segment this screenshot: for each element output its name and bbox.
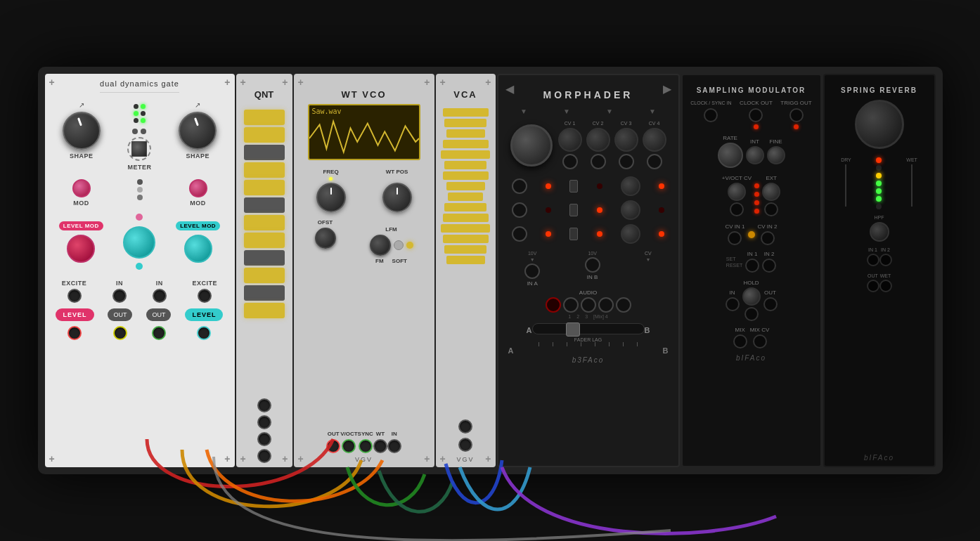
wtvco-ofst-knob[interactable] (315, 228, 336, 249)
sm-in1-jack[interactable] (745, 259, 759, 273)
sm-cv-in1-jack[interactable] (728, 231, 742, 245)
sm-mix-cv-jack[interactable] (753, 334, 767, 348)
morph-row3-jack-left[interactable] (512, 226, 527, 242)
morph-cv3-jack[interactable] (619, 154, 634, 169)
ddg-level-btn-right[interactable]: LEVEL (185, 308, 223, 321)
sm-trig-jack[interactable] (789, 108, 804, 122)
qnt-key-3[interactable] (244, 145, 285, 160)
ddg-out-jack-left[interactable] (113, 326, 127, 340)
sm-voct-knob[interactable] (728, 183, 746, 201)
morph-row1-knob[interactable] (621, 176, 640, 196)
sr-out-jack[interactable] (867, 280, 879, 292)
wtvco-sync-jack[interactable] (359, 439, 373, 453)
wtvco-fm-knob[interactable] (370, 235, 391, 256)
sm-ext-knob[interactable] (762, 183, 780, 201)
ddg-in-jack-left[interactable] (112, 289, 127, 303)
morph-arrow-left[interactable]: ◀ (505, 82, 514, 105)
morph-row2-knob[interactable] (621, 200, 640, 220)
morph-inb-jack[interactable] (585, 257, 600, 273)
morph-cv2-knob[interactable] (586, 128, 610, 152)
vca-jack-1[interactable] (458, 419, 472, 434)
morph-cv2-jack[interactable] (591, 154, 606, 169)
qnt-key-9[interactable] (244, 250, 285, 266)
ddg-mod-knob-left[interactable] (72, 179, 91, 197)
morph-arrow-right[interactable]: ▶ (663, 82, 671, 105)
qnt-key-8[interactable] (244, 233, 285, 248)
sr-main-knob[interactable] (855, 100, 904, 149)
sr-wet-slider[interactable] (911, 164, 913, 207)
ddg-level-jack-right[interactable] (197, 326, 211, 340)
morph-audio-jack-4[interactable] (616, 297, 631, 313)
sm-rate-knob[interactable] (718, 143, 743, 168)
wtvco-freq-knob[interactable] (316, 183, 346, 212)
sm-fine-knob[interactable] (767, 146, 785, 164)
sr-wet2-jack[interactable] (879, 280, 892, 292)
morph-row1-jack-left[interactable] (512, 178, 527, 194)
sm-ext-jack[interactable] (764, 202, 778, 216)
wtvco-out-jack[interactable] (326, 439, 340, 453)
sm-in-jack[interactable] (726, 297, 740, 311)
qnt-jack-3[interactable] (257, 432, 271, 446)
qnt-jack-2[interactable] (257, 415, 271, 429)
qnt-key-6[interactable] (244, 197, 285, 213)
sm-hold-jack[interactable] (744, 307, 759, 321)
morph-main-knob[interactable] (510, 124, 553, 167)
ddg-level-btn-left[interactable]: LEVEL (56, 308, 94, 321)
sr-in2-jack[interactable] (879, 254, 892, 266)
ddg-excite-jack-right[interactable] (198, 289, 212, 303)
qnt-key-7[interactable] (244, 215, 285, 230)
sm-out-jack[interactable] (763, 297, 778, 311)
ddg-excite-jack-left[interactable] (67, 289, 82, 303)
ddg-mod-knob-right[interactable] (189, 179, 207, 197)
wtvco-wtpos-knob[interactable] (382, 183, 412, 212)
ddg-meter-knob[interactable] (131, 141, 147, 157)
ddg-shape-knob-left[interactable] (63, 112, 101, 150)
qnt-key-10[interactable] (244, 268, 285, 283)
qnt-jack-1[interactable] (257, 398, 271, 412)
ddg-out-btn-right[interactable]: OUT (146, 308, 171, 321)
sm-clock-sync-jack[interactable] (704, 108, 718, 122)
qnt-key-5[interactable] (244, 180, 285, 195)
sm-clock-out-jack[interactable] (749, 108, 763, 122)
ddg-out-jack-right[interactable] (152, 326, 166, 340)
morph-switch-2[interactable] (569, 204, 578, 216)
level-mod-pink-knob[interactable] (67, 235, 95, 263)
qnt-key-11[interactable] (244, 285, 285, 301)
qnt-key-1[interactable] (244, 110, 285, 125)
morph-audio-jack-3[interactable] (598, 297, 614, 313)
wtvco-wt-jack[interactable] (373, 439, 387, 453)
morph-cv1-jack[interactable] (562, 154, 578, 169)
morph-cv1-knob[interactable] (558, 128, 582, 152)
sm-in2-jack[interactable] (762, 259, 776, 273)
sm-hold-knob[interactable] (742, 287, 761, 306)
qnt-key-2[interactable] (244, 127, 285, 143)
morph-fader-handle[interactable] (566, 322, 580, 337)
sm-voct-jack[interactable] (730, 202, 744, 216)
sm-int-knob[interactable] (746, 146, 764, 164)
sm-cv-in2-jack[interactable] (761, 231, 775, 245)
sr-in1-jack[interactable] (867, 254, 879, 266)
morph-cv3-knob[interactable] (614, 128, 638, 152)
qnt-key-12[interactable] (244, 303, 285, 318)
wtvco-soft-btn[interactable] (394, 240, 404, 250)
wtvco-voct-jack[interactable] (342, 439, 356, 453)
morph-fader[interactable] (532, 323, 645, 334)
ddg-shape-knob-right[interactable] (179, 112, 217, 150)
sr-hpf-knob[interactable] (870, 222, 889, 242)
level-mod-cyan-knob[interactable] (184, 235, 212, 263)
qnt-jack-4[interactable] (257, 449, 271, 463)
morph-row3-knob[interactable] (621, 224, 640, 244)
morph-switch-1[interactable] (569, 180, 578, 193)
qnt-key-4[interactable] (244, 162, 285, 178)
morph-audio-jack-red[interactable] (546, 297, 561, 313)
ddg-level-jack-left[interactable] (67, 326, 82, 340)
morph-audio-jack-2[interactable] (581, 297, 596, 313)
wtvco-in2-jack[interactable] (387, 439, 401, 453)
vca-jack-2[interactable] (458, 438, 472, 452)
morph-cv4-jack[interactable] (647, 154, 662, 169)
ddg-cyan-knob[interactable] (123, 226, 155, 259)
morph-ina-jack[interactable] (524, 263, 540, 279)
sm-mix-jack[interactable] (733, 334, 747, 348)
ddg-out-btn-left[interactable]: OUT (108, 308, 132, 321)
morph-cv4-knob[interactable] (643, 128, 666, 152)
